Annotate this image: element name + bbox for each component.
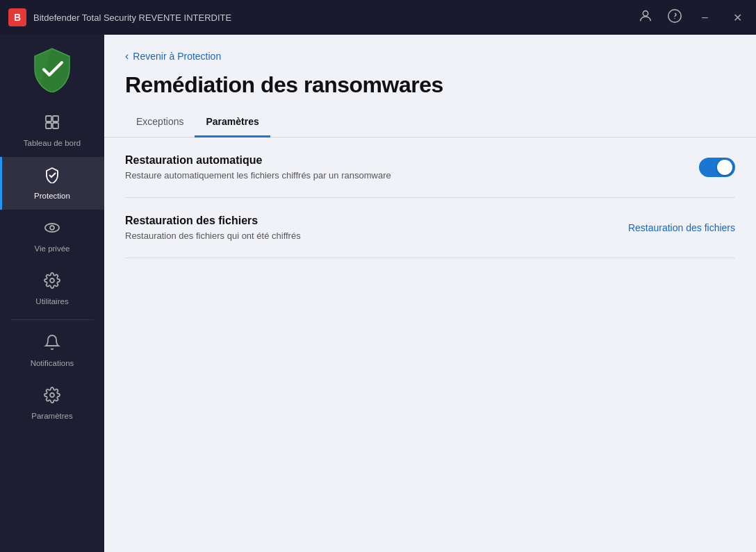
settings-icon (44, 387, 60, 408)
svg-point-6 (45, 224, 59, 232)
tab-exceptions[interactable]: Exceptions (125, 109, 195, 137)
sidebar-item-label: Notifications (31, 359, 74, 367)
setting-title: Restauration des fichiers (125, 215, 607, 227)
back-link-text[interactable]: Revenir à Protection (133, 51, 221, 62)
sidebar-item-notifications[interactable]: Notifications (0, 324, 104, 377)
setting-title: Restauration automatique (125, 154, 678, 167)
minimize-button[interactable]: – (696, 8, 714, 26)
sidebar-logo (24, 42, 80, 97)
setting-info: Restauration des fichiers Restauration d… (125, 215, 607, 241)
protection-icon (44, 167, 60, 187)
svg-point-7 (50, 226, 54, 230)
svg-rect-4 (46, 123, 51, 128)
setting-action-link[interactable]: Restauration des fichiers (628, 221, 735, 234)
toggle-track[interactable] (699, 158, 735, 177)
setting-row-restauration-automatique: Restauration automatique Restaure automa… (125, 137, 735, 198)
sidebar-bottom: Notifications Paramètres (0, 324, 104, 430)
svg-point-0 (643, 10, 648, 15)
main-content: ‹ Revenir à Protection Remédiation des r… (104, 35, 756, 552)
sidebar-item-tableau-de-bord[interactable]: Tableau de bord (0, 104, 104, 157)
restauration-fichiers-link[interactable]: Restauration des fichiers (628, 222, 735, 233)
toggle-thumb (717, 160, 732, 175)
settings-panel: Restauration automatique Restaure automa… (104, 137, 756, 552)
window-controls: – ✕ (638, 8, 748, 27)
logo-letter: B (14, 12, 21, 23)
sidebar-item-label: Paramètres (31, 412, 72, 420)
app-title: Bitdefender Total Security REVENTE INTER… (33, 12, 631, 23)
svg-rect-2 (46, 116, 51, 122)
back-navigation[interactable]: ‹ Revenir à Protection (104, 35, 756, 69)
sidebar-item-vie-privee[interactable]: Vie privée (0, 210, 104, 262)
sidebar: Tableau de bord Protection (0, 35, 104, 552)
sidebar-item-utilitaires[interactable]: Utilitaires (0, 262, 104, 315)
sidebar-item-label: Vie privée (35, 244, 70, 253)
shield-icon (31, 47, 73, 92)
utilities-icon (44, 272, 60, 293)
svg-rect-3 (53, 116, 58, 122)
user-icon[interactable] (638, 8, 653, 27)
sidebar-item-label: Utilitaires (35, 297, 68, 306)
back-chevron-icon: ‹ (125, 50, 129, 62)
svg-point-8 (50, 278, 54, 283)
sidebar-divider (10, 319, 94, 320)
setting-description: Restauration des fichiers qui ont été ch… (125, 231, 607, 241)
setting-info: Restauration automatique Restaure automa… (125, 154, 678, 181)
privacy-icon (44, 219, 60, 240)
sidebar-navigation: Tableau de bord Protection (0, 104, 104, 552)
close-button[interactable]: ✕ (728, 8, 748, 27)
notifications-icon (44, 334, 60, 355)
svg-point-9 (50, 393, 54, 397)
app-body: Tableau de bord Protection (0, 35, 756, 552)
setting-action-toggle[interactable] (699, 158, 735, 177)
titlebar: B Bitdefender Total Security REVENTE INT… (0, 0, 756, 35)
app-logo: B (8, 8, 26, 26)
setting-description: Restaure automatiquement les fichiers ch… (125, 170, 678, 181)
svg-rect-5 (53, 123, 58, 128)
sidebar-item-protection[interactable]: Protection (0, 157, 104, 210)
toggle-restauration-auto[interactable] (699, 158, 735, 177)
sidebar-item-parametres[interactable]: Paramètres (0, 377, 104, 430)
help-icon[interactable] (667, 8, 682, 27)
sidebar-item-label: Tableau de bord (24, 139, 81, 147)
tabs-bar: Exceptions Paramètres (104, 109, 756, 137)
page-title: Remédiation des ransomwares (104, 69, 756, 109)
dashboard-icon (44, 114, 60, 135)
tab-parametres[interactable]: Paramètres (195, 109, 270, 137)
sidebar-item-label: Protection (34, 192, 70, 200)
setting-row-restauration-fichiers: Restauration des fichiers Restauration d… (125, 198, 735, 258)
